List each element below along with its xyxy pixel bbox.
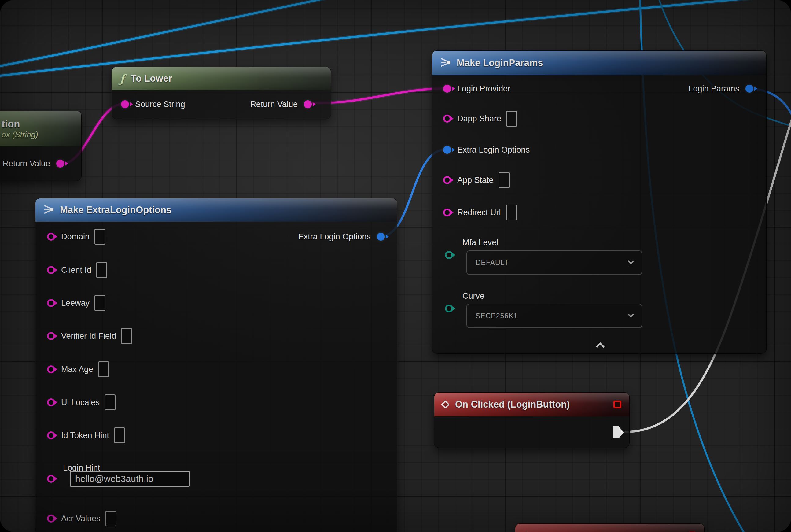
pin-label-return-value: Return Value (2, 159, 50, 169)
pin-acr-values[interactable] (47, 515, 55, 522)
event-diamond-icon (441, 400, 449, 409)
acr-values-value-box[interactable] (105, 511, 116, 527)
node-title-fragment: tion (2, 118, 20, 130)
pin-verifier-id-field[interactable] (47, 332, 55, 340)
pin-label-source-string: Source String (135, 100, 185, 109)
pin-label-extra-login-options-out: Extra Login Options (298, 232, 371, 242)
pin-label-verifier-id-field: Verifier Id Field (61, 331, 116, 341)
node-subtitle-fragment: ox (String) (2, 130, 38, 139)
chevron-down-icon (628, 311, 634, 318)
pin-label-extra-login-options: Extra Login Options (457, 145, 530, 155)
node-ocl-header[interactable]: On Clicked (LoginButton) (434, 393, 629, 416)
curve-value: SECP256K1 (476, 312, 518, 320)
verifier-id-field-value-box[interactable] (121, 328, 132, 344)
pin-extra-login-options-output[interactable] (377, 233, 385, 241)
leeway-value-box[interactable] (94, 295, 105, 311)
pin-ui-locales[interactable] (47, 398, 55, 406)
pin-curve[interactable] (445, 305, 453, 312)
node-title: To Lower (131, 73, 172, 84)
pin-login-params-output[interactable] (746, 85, 753, 93)
pin-dapp-share[interactable] (443, 115, 451, 122)
pin-label-login-provider: Login Provider (457, 84, 510, 94)
pin-extra-login-options-input[interactable] (443, 146, 451, 154)
node-melo-header[interactable]: Make ExtraLoginOptions (36, 198, 397, 222)
node-title: On Clicked (LoginButton) (455, 399, 570, 410)
mfa-level-dropdown[interactable]: DEFAULT (466, 250, 642, 275)
pin-login-provider[interactable] (443, 85, 451, 93)
dapp-share-value-box[interactable] (506, 111, 517, 127)
pin-return-value-output[interactable] (304, 100, 312, 108)
node-title: On Clicked (LogoutButton) (536, 531, 650, 532)
node-title: Make LoginParams (457, 57, 543, 69)
pin-max-age[interactable] (47, 365, 55, 373)
node-make-login-params[interactable]: Make LoginParams Login Provider Login Pa… (432, 51, 767, 354)
pin-label-id-token-hint: Id Token Hint (61, 431, 109, 440)
client-id-value-box[interactable] (96, 262, 107, 278)
max-age-value-box[interactable] (98, 361, 109, 377)
pin-login-hint[interactable] (47, 475, 55, 483)
curve-dropdown[interactable]: SECP256K1 (466, 304, 642, 328)
node-to-lower[interactable]: ƒ To Lower Source String Return Value (112, 66, 331, 119)
pin-label-acr-values: Acr Values (61, 514, 100, 524)
pin-label-app-state: App State (457, 175, 494, 185)
pin-label-leeway: Leeway (61, 299, 90, 308)
node-partial-function[interactable]: tion ox (String) Return Value (0, 111, 82, 181)
pin-mfa-level[interactable] (445, 251, 453, 259)
login-hint-input[interactable]: hello@web3auth.io (70, 471, 190, 487)
node-to-lower-header[interactable]: ƒ To Lower (112, 67, 331, 90)
node-oclo-header[interactable]: On Clicked (LogoutButton) (515, 524, 704, 532)
ui-locales-value-box[interactable] (104, 394, 116, 410)
app-state-value-box[interactable] (499, 172, 509, 188)
node-partial-function-header[interactable]: tion ox (String) (0, 111, 81, 147)
collapse-node-chevron-icon[interactable] (596, 342, 604, 351)
blueprint-canvas[interactable]: tion ox (String) Return Value ƒ To Lower… (0, 0, 791, 532)
function-icon: ƒ (120, 72, 125, 85)
node-on-clicked-logout-button[interactable]: On Clicked (LogoutButton) (515, 524, 705, 532)
pin-client-id[interactable] (47, 266, 55, 274)
chevron-down-icon (628, 258, 634, 264)
pin-id-token-hint[interactable] (47, 432, 55, 439)
exec-output-pin[interactable] (613, 426, 624, 438)
pin-label-ui-locales: Ui Locales (61, 398, 100, 407)
pin-label-client-id: Client Id (61, 265, 91, 275)
pin-return-value-output[interactable] (56, 159, 64, 168)
pin-label-dapp-share: Dapp Share (457, 114, 501, 124)
redirect-url-value-box[interactable] (506, 205, 517, 221)
pin-domain[interactable] (47, 233, 55, 241)
make-struct-icon (440, 57, 451, 69)
pin-leeway[interactable] (47, 299, 55, 307)
pin-label-curve: Curve (462, 291, 484, 301)
pin-label-redirect-url: Redirect Url (457, 208, 501, 217)
pin-app-state[interactable] (443, 176, 451, 184)
node-make-extra-login-options[interactable]: Make ExtraLoginOptions Extra Login Optio… (35, 198, 397, 532)
node-title: Make ExtraLoginOptions (60, 205, 172, 215)
pin-label-return-value: Return Value (250, 100, 298, 109)
delegate-pin-icon[interactable] (613, 401, 621, 408)
pin-redirect-url[interactable] (443, 209, 451, 216)
pin-source-string[interactable] (121, 100, 129, 108)
pin-label-max-age: Max Age (61, 365, 93, 374)
mfa-level-value: DEFAULT (476, 259, 509, 267)
pin-label-domain: Domain (61, 232, 90, 242)
node-on-clicked-login-button[interactable]: On Clicked (LoginButton) (434, 392, 630, 448)
pin-label-login-params-out: Login Params (688, 84, 739, 94)
pin-label-mfa-level: Mfa Level (462, 238, 498, 247)
make-struct-icon (43, 204, 54, 216)
domain-value-box[interactable] (94, 229, 105, 245)
node-mlp-header[interactable]: Make LoginParams (432, 51, 766, 75)
id-token-hint-value-box[interactable] (114, 428, 125, 443)
